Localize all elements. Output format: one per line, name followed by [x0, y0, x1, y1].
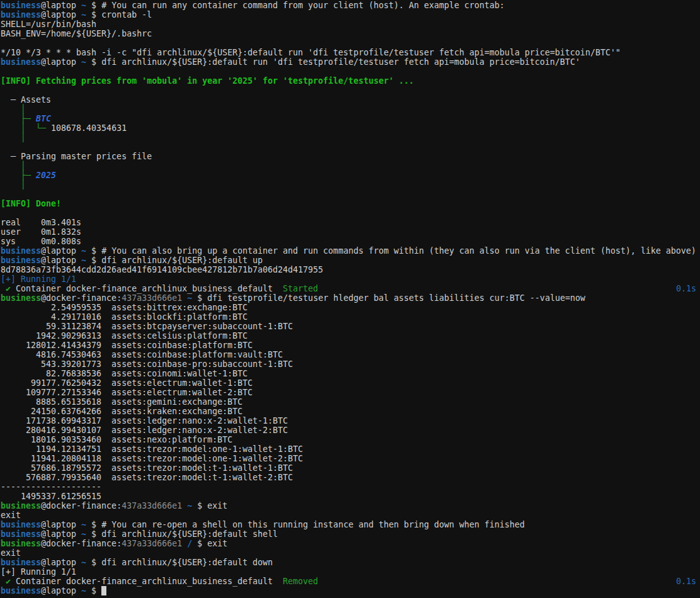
text-segment: business [1, 586, 41, 595]
text-segment: 4.29171016 assets:blockfi:platform:BTC [1, 312, 247, 322]
text-segment: [+] Running 1/1 [1, 274, 76, 284]
text-segment: @laptop [41, 57, 81, 67]
balance-row: 59.31123874 assets:btcpayserver:subaccou… [1, 322, 700, 331]
text-segment: 171738.69943317 assets:ledger:nano:x-2:w… [1, 416, 288, 426]
text-segment [1, 284, 6, 293]
text-segment: business [1, 539, 41, 548]
text-segment: @laptop [41, 256, 81, 265]
text-segment: 109777.27153346 assets:electrum:wallet-2… [1, 388, 252, 397]
text-segment: 57686.18795572 assets:trezor:model:t-1:w… [1, 463, 293, 473]
terminal-line: │ [1, 161, 700, 171]
balance-row: 18016.90353460 assets:nexo:platform:BTC [1, 435, 700, 444]
text-segment: ~ [81, 586, 86, 595]
text-segment: 24150.63764266 assets:kraken:exchange:BT… [1, 407, 242, 416]
terminal-line: ✔ Container docker-finance_archlinux_bus… [1, 577, 700, 586]
text-segment: $ # You can run any container command fr… [86, 1, 504, 10]
text-segment: 437a33d666e1 [121, 539, 182, 548]
text-segment: 576887.79935640 assets:trezor:model:t-1:… [1, 473, 293, 482]
text-segment: business [1, 57, 41, 67]
text-segment: 437a33d666e1 [121, 293, 182, 303]
terminal-line [1, 86, 700, 95]
text-segment: 280416.99430107 assets:ledger:nano:x-2:w… [1, 426, 288, 435]
text-segment: 128012.41434379 assets:coinbase:platform… [1, 341, 252, 350]
balance-row: 128012.41434379 assets:coinbase:platform… [1, 341, 700, 350]
balance-row: 24150.63764266 assets:kraken:exchange:BT… [1, 407, 700, 416]
terminal-line: │ [1, 104, 700, 114]
balance-row: 280416.99430107 assets:ledger:nano:x-2:w… [1, 426, 700, 435]
text-segment: 99177.76250432 assets:electrum:wallet-1:… [1, 378, 252, 388]
terminal-line: user 0m1.832s [1, 227, 700, 237]
text-segment: Container docker-finance_archlinux_busin… [11, 577, 283, 586]
text-segment: │ [1, 104, 26, 114]
text-segment: $ # You can re-open a shell on this runn… [86, 520, 524, 529]
terminal-line: business@laptop ~ $ crontab -l [1, 10, 700, 20]
text-segment: business [1, 529, 41, 539]
terminal-line: business@laptop ~ $ dfi archlinux/${USER… [1, 57, 700, 67]
text-segment: @laptop [41, 558, 81, 567]
text-segment: ~ [81, 529, 86, 539]
terminal-line: business@docker-finance:437a33d666e1 ~ $… [1, 501, 700, 511]
text-segment: 2025 [36, 171, 56, 180]
terminal-line: │ [1, 180, 700, 189]
text-segment: real 0m3.401s [1, 218, 81, 227]
terminal-line: */10 */3 * * * bash -i -c "dfi archlinux… [1, 48, 700, 57]
terminal-line: ├─ 2025 [1, 171, 700, 180]
text-segment: [INFO] Fetching prices from 'mobula' in … [1, 76, 414, 86]
terminal-line: business@laptop ~ $ dfi archlinux/${USER… [1, 529, 700, 539]
text-segment: $ dfi testprofile/testuser hledger bal a… [192, 293, 585, 303]
text-segment [1, 577, 6, 586]
text-segment: $ dfi archlinux/${USER}:default shell [86, 529, 278, 539]
balance-row: 171738.69943317 assets:ledger:nano:x-2:w… [1, 416, 700, 426]
terminal-screen[interactable]: business@laptop ~ $ # You can run any co… [0, 0, 700, 595]
text-segment: 1194.12134751 assets:trezor:model:one-1:… [1, 444, 303, 454]
text-segment: ─ Assets [1, 95, 51, 104]
text-segment: BASH_ENV=/home/${USER}/.bashrc [1, 29, 152, 38]
text-segment: ~ [81, 520, 86, 529]
text-segment: @docker-finance: [41, 293, 121, 303]
text-segment: business [1, 293, 41, 303]
text-segment: $ exit [192, 539, 227, 548]
text-segment: 18016.90353460 assets:nexo:platform:BTC [1, 435, 232, 444]
terminal-line: business@docker-finance:437a33d666e1 / $… [1, 539, 700, 548]
text-segment: @docker-finance: [41, 501, 121, 511]
text-segment: │ [1, 161, 26, 171]
terminal-line: [+] Running 1/1 [1, 567, 700, 577]
text-segment: 0.1s [676, 577, 696, 586]
text-segment: 108678.40354631 [51, 123, 127, 133]
balance-row: 57686.18795572 assets:trezor:model:t-1:w… [1, 463, 700, 473]
text-segment: business [1, 501, 41, 511]
text-segment: exit [1, 511, 21, 520]
text-segment: */10 */3 * * * bash -i -c "dfi archlinux… [1, 48, 621, 57]
text-segment: $ crontab -l [86, 10, 152, 20]
terminal-line: business@laptop ~ $ [1, 586, 700, 595]
text-segment: 1942.90296313 assets:celsius:platform:BT… [1, 331, 247, 341]
text-segment: $ dfi archlinux/${USER}:default down [86, 558, 273, 567]
text-segment: @laptop [41, 586, 81, 595]
text-segment: $ exit [192, 501, 227, 511]
text-segment: 0.1s [676, 284, 696, 293]
balance-row: 2.54959535 assets:bittrex:exchange:BTC [1, 303, 700, 312]
text-segment: @docker-finance: [41, 539, 121, 548]
balance-row: 82.76838536 assets:coinomi:wallet-1:BTC [1, 369, 700, 378]
terminal-line: ✔ Container docker-finance_archlinux_bus… [1, 284, 700, 293]
balance-row: 109777.27153346 assets:electrum:wallet-2… [1, 388, 700, 397]
terminal-line: SHELL=/usr/bin/bash [1, 20, 700, 29]
text-segment: 8d78836a73fb3644cdd2d26aed41f6914109cbee… [1, 265, 323, 274]
text-segment: @laptop [41, 246, 81, 256]
text-segment: ~ [81, 1, 86, 10]
text-segment: 543.39201773 assets:coinbase-pro:subacco… [1, 359, 293, 369]
terminal-line [1, 208, 700, 218]
text-segment: │ └─ [1, 123, 51, 133]
balance-row: 11941.20804118 assets:trezor:model:one-1… [1, 454, 700, 463]
text-segment: -------------------- [1, 482, 101, 492]
text-segment: ─ Parsing master prices file [1, 152, 152, 161]
text-segment: business [1, 256, 41, 265]
terminal-line: ─ Assets [1, 95, 700, 104]
terminal-line: business@laptop ~ $ # You can run any co… [1, 1, 700, 10]
terminal-line: real 0m3.401s [1, 218, 700, 227]
text-segment: ~ [81, 558, 86, 567]
terminal-line [1, 189, 700, 199]
text-segment: business [1, 558, 41, 567]
text-segment: business [1, 10, 41, 20]
text-segment: @laptop [41, 10, 81, 20]
